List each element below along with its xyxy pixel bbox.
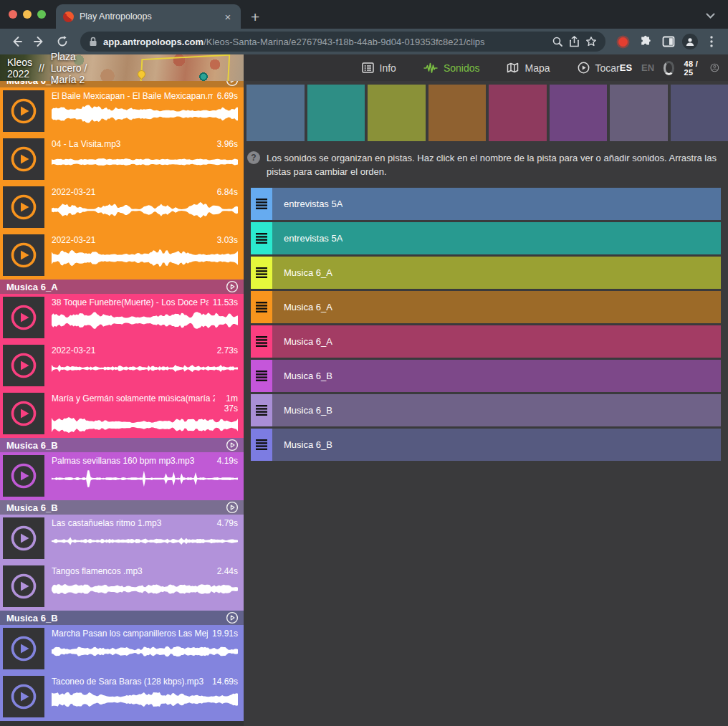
track-row-body[interactable]: Musica 6_B (272, 429, 721, 461)
zoom-search-icon[interactable] (552, 36, 563, 47)
side-panel-icon[interactable] (659, 32, 678, 51)
clip-play-button[interactable] (3, 676, 44, 717)
track-row-body[interactable]: Musica 6_B (272, 394, 721, 426)
track-drag-handle[interactable] (251, 188, 272, 220)
track-row[interactable]: Musica 6_A (251, 291, 721, 323)
extensions-puzzle-icon[interactable] (636, 32, 655, 51)
track-row-body[interactable]: Musica 6_A (272, 291, 721, 323)
track-color-swatch[interactable] (246, 85, 305, 141)
section-play-button[interactable] (226, 81, 239, 87)
clip-row[interactable]: Tangos flamencos .mp32.44s (0, 563, 244, 611)
track-section-header[interactable]: Musica 6_A (0, 280, 244, 294)
track-row[interactable]: Musica 6_A (251, 325, 721, 358)
share-icon[interactable] (569, 36, 580, 47)
clip-play-button[interactable] (3, 138, 44, 180)
track-row-body[interactable]: entrevistas 5A (272, 222, 721, 254)
track-row-body[interactable]: Musica 6_A (272, 257, 721, 289)
profile-avatar[interactable] (682, 34, 698, 49)
track-row[interactable]: entrevistas 5A (251, 188, 721, 220)
clip-row[interactable]: Taconeo de Sara Baras (128 kbps).mp314.6… (0, 673, 244, 721)
clip-row[interactable]: 2022-03-216.84s (0, 183, 244, 231)
section-play-icon[interactable] (226, 280, 239, 293)
track-section-header[interactable]: Musica 6_B (0, 611, 244, 625)
lock-icon[interactable] (89, 37, 97, 47)
track-section-header[interactable]: Musica 6_B (0, 500, 244, 515)
clip-row[interactable]: El Baile Mexicapan - El Baile Mexicapan.… (0, 87, 244, 135)
browser-tab[interactable]: Play Antropoloops × (56, 4, 241, 29)
track-row-body[interactable]: Musica 6_B (272, 360, 721, 392)
track-row-body[interactable]: entrevistas 5A (272, 188, 721, 220)
track-section-header[interactable]: Musica 6_B (0, 438, 244, 452)
section-play-button[interactable] (226, 611, 239, 624)
recording-indicator-icon[interactable] (618, 37, 628, 47)
track-row-body[interactable]: Musica 6_A (272, 325, 721, 358)
section-play-button[interactable] (226, 439, 239, 452)
reload-icon[interactable] (53, 32, 72, 51)
tab-close-icon[interactable]: × (222, 11, 234, 22)
clip-row[interactable]: 38 Toque Funebre(Muerte) - Los Doce Par.… (0, 294, 244, 342)
track-drag-handle[interactable] (251, 325, 272, 358)
browser-menu-icon[interactable] (702, 32, 721, 51)
track-row[interactable]: entrevistas 5A (251, 222, 721, 254)
track-row[interactable]: Musica 6_B (251, 394, 721, 426)
address-bar[interactable]: app.antropoloops.com/Kleos-Santa-Marina/… (80, 32, 605, 52)
track-color-swatch[interactable] (671, 85, 728, 141)
back-icon[interactable] (7, 32, 26, 51)
track-drag-handle[interactable] (251, 360, 272, 392)
clip-play-button[interactable] (3, 455, 44, 497)
clip-play-button[interactable] (3, 517, 44, 559)
track-drag-handle[interactable] (251, 257, 272, 289)
clip-row[interactable]: María y Germán solamente música(maría 2.… (0, 390, 244, 438)
track-drag-handle[interactable] (251, 291, 272, 323)
clip-play-button[interactable] (3, 186, 44, 228)
track-drag-handle[interactable] (251, 429, 272, 461)
section-play-icon[interactable] (226, 501, 239, 514)
clip-play-button[interactable] (3, 90, 44, 132)
clip-play-button[interactable] (3, 393, 44, 434)
clip-play-button[interactable] (3, 345, 44, 386)
section-play-icon[interactable] (226, 439, 239, 452)
track-color-swatch[interactable] (428, 85, 487, 141)
track-color-swatch[interactable] (307, 85, 365, 141)
clip-play-button[interactable] (3, 628, 44, 669)
track-color-swatch[interactable] (368, 85, 426, 141)
track-row[interactable]: Musica 6_B (251, 360, 721, 392)
nav-tab-sonidos[interactable]: Sonidos (423, 62, 480, 74)
lang-es-button[interactable]: ES (620, 62, 632, 73)
breadcrumb-page[interactable]: Plaza Lucero / María 2 (51, 51, 100, 85)
clip-row[interactable]: Palmas sevillanas 160 bpm mp3.mp34.19s (0, 452, 244, 500)
clip-row[interactable]: 2022-03-213.03s (0, 231, 244, 280)
clip-row[interactable]: 04 - La Visita.mp33.96s (0, 135, 244, 183)
track-row[interactable]: Musica 6_B (251, 429, 721, 461)
track-drag-handle[interactable] (251, 222, 272, 254)
new-tab-button[interactable]: + (251, 9, 259, 24)
lang-en-button[interactable]: EN (641, 62, 654, 73)
track-color-swatch[interactable] (550, 85, 608, 141)
bookmark-star-icon[interactable] (585, 36, 597, 47)
track-row[interactable]: Musica 6_A (251, 257, 721, 289)
section-play-button[interactable] (226, 501, 239, 514)
forward-icon[interactable] (30, 32, 49, 51)
track-drag-handle[interactable] (251, 394, 272, 426)
nav-tab-info[interactable]: Info (362, 62, 396, 74)
section-play-icon[interactable] (226, 611, 239, 624)
clip-play-button[interactable] (3, 234, 44, 276)
drag-handle-icon (256, 302, 267, 312)
nav-tab-tocar[interactable]: Tocar (578, 62, 620, 74)
clip-play-button[interactable] (3, 297, 44, 338)
zoom-window-button[interactable] (37, 10, 46, 19)
section-play-button[interactable] (226, 280, 239, 293)
minimize-window-button[interactable] (23, 10, 32, 19)
clip-row[interactable]: Las castañuelas ritmo 1.mp34.79s (0, 515, 244, 563)
clip-row[interactable]: Marcha Pasan los campanilleros Las Mejor… (0, 625, 244, 673)
tab-search-chevron-icon[interactable] (706, 9, 715, 22)
section-play-icon[interactable] (226, 81, 239, 87)
clip-row[interactable]: 2022-03-212.73s (0, 342, 244, 390)
nav-tab-mapa[interactable]: Mapa (507, 62, 550, 74)
close-window-button[interactable] (9, 10, 17, 19)
breadcrumb-project[interactable]: Kleos 2022 (7, 57, 32, 80)
account-icon[interactable] (710, 61, 719, 75)
track-color-swatch[interactable] (610, 85, 668, 141)
clip-play-button[interactable] (3, 565, 44, 607)
track-color-swatch[interactable] (489, 85, 547, 141)
